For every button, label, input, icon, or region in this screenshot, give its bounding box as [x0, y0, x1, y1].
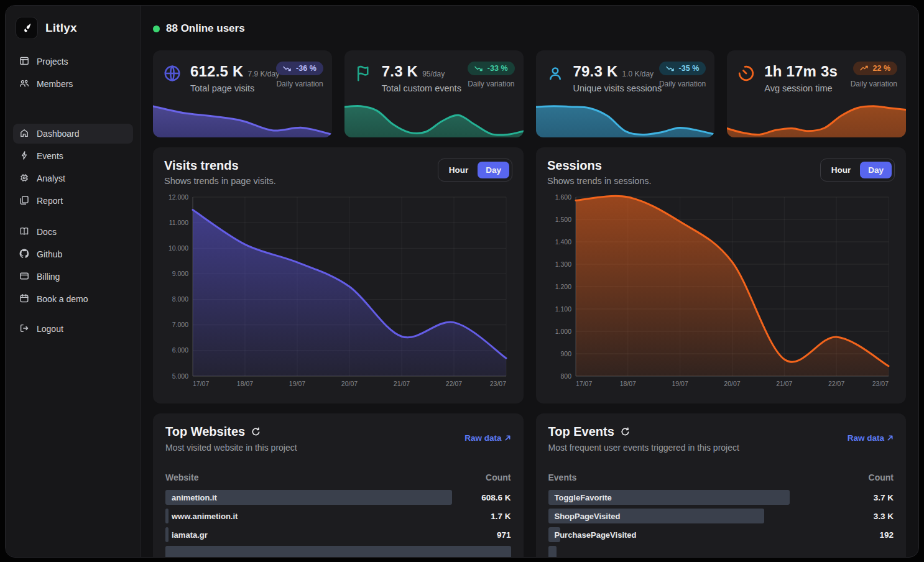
svg-text:9.000: 9.000	[172, 270, 188, 277]
svg-text:23/07: 23/07	[872, 380, 889, 387]
sidebar-item-book-a-demo[interactable]: Book a demo	[13, 289, 133, 309]
sidebar-item-github[interactable]: Github	[13, 244, 133, 264]
globe-icon	[163, 63, 183, 93]
trend-up-icon	[860, 65, 869, 71]
trend-down-icon	[474, 65, 483, 71]
refresh-icon[interactable]	[621, 427, 630, 436]
toggle-day-button[interactable]: Day	[478, 162, 509, 178]
visits-trends-chart[interactable]: 12.00011.00010.0009.0008.0007.0006.0005.…	[164, 192, 512, 389]
online-users-label: 88 Online users	[166, 22, 245, 35]
toggle-hour-button[interactable]: Hour	[441, 162, 477, 178]
table-row[interactable]: iamata.gr 971	[165, 527, 511, 542]
sidebar-item-label: Members	[37, 79, 73, 89]
variation-label: Daily variation	[659, 80, 706, 88]
sidebar-item-billing[interactable]: Billing	[13, 267, 133, 287]
sidebar-item-dashboard[interactable]: Dashboard	[13, 124, 133, 144]
svg-text:10.000: 10.000	[169, 244, 188, 252]
svg-text:19/07: 19/07	[289, 380, 305, 387]
stat-card-unique-sessions: 79.3 K 1.0 K/day Unique visits sessions …	[536, 50, 715, 137]
report-icon	[19, 195, 29, 207]
svg-text:11.000: 11.000	[169, 219, 188, 226]
external-arrow-icon	[504, 435, 511, 441]
stat-value: 612.5 K	[190, 63, 243, 80]
variation-badge: -35 %	[659, 62, 706, 75]
column-header-count: Count	[486, 472, 511, 482]
column-header-item: Website	[165, 472, 198, 482]
stat-label: Total custom events	[382, 83, 461, 93]
unique-sessions-sparkline	[536, 99, 715, 137]
sidebar-item-logout[interactable]: Logout	[13, 319, 133, 339]
table-row[interactable]: animetion.it 608.6 K	[165, 490, 511, 505]
sidebar-item-members[interactable]: Members	[13, 74, 133, 94]
table-row-partial	[548, 546, 894, 557]
refresh-icon[interactable]	[251, 427, 261, 436]
table-row[interactable]: ToggleFavorite 3.7 K	[548, 490, 894, 505]
variation-badge: 22 %	[853, 62, 898, 75]
toggle-hour-button[interactable]: Hour	[823, 162, 859, 178]
table-row-partial	[165, 546, 511, 557]
top-websites-card: Top Websites Most visited website in thi…	[153, 413, 524, 557]
table-title: Top Events	[548, 425, 614, 439]
sessions-granularity-toggle: Hour Day	[820, 159, 895, 182]
svg-text:5.000: 5.000	[172, 372, 188, 380]
stat-card-page-visits: 612.5 K 7.9 K/day Total page visits -36 …	[153, 50, 332, 137]
sidebar-item-label: Report	[37, 196, 63, 206]
column-header-count: Count	[869, 472, 894, 482]
online-users: 88 Online users	[153, 22, 906, 35]
svg-text:22/07: 22/07	[446, 380, 462, 387]
table-subtitle: Most visited website in this project	[165, 443, 297, 453]
credit-card-icon	[19, 271, 29, 283]
sidebar-item-docs[interactable]: Docs	[13, 222, 133, 242]
stat-rate: 95/day	[422, 70, 445, 78]
svg-text:21/07: 21/07	[394, 380, 410, 387]
top-events-card: Top Events Most frequent user events tri…	[536, 413, 907, 557]
svg-text:900: 900	[560, 350, 571, 357]
svg-text:18/07: 18/07	[620, 380, 636, 387]
sidebar-item-label: Logout	[37, 324, 63, 334]
raw-data-link[interactable]: Raw data	[848, 433, 894, 443]
variation-badge: -33 %	[468, 62, 515, 75]
stat-label: Unique visits sessions	[573, 83, 662, 93]
svg-text:17/07: 17/07	[193, 380, 209, 387]
sidebar-item-label: Events	[37, 151, 63, 161]
sessions-chart[interactable]: 1.6001.5001.4001.3001.2001.1001.00090080…	[547, 192, 895, 389]
stat-value: 79.3 K	[573, 63, 618, 80]
svg-text:20/07: 20/07	[724, 380, 740, 387]
sidebar-item-analyst[interactable]: Analyst	[13, 168, 133, 188]
raw-data-link[interactable]: Raw data	[464, 433, 511, 443]
sidebar-item-label: Docs	[37, 227, 57, 237]
sidebar-item-projects[interactable]: Projects	[13, 52, 133, 71]
svg-text:18/07: 18/07	[237, 380, 253, 387]
user-icon	[546, 63, 566, 93]
stat-label: Total page visits	[190, 83, 279, 93]
app-window: Litlyx Projects Members Dashboard Events	[5, 5, 919, 558]
table-row[interactable]: PurchasePageVisited 192	[548, 527, 894, 542]
sidebar-item-label: Book a demo	[37, 294, 88, 304]
chart-subtitle: Shows trends in sessions.	[547, 176, 652, 186]
calendar-icon	[19, 293, 29, 305]
svg-text:21/07: 21/07	[776, 380, 792, 387]
sidebar-item-label: Billing	[37, 272, 60, 282]
svg-text:19/07: 19/07	[672, 380, 688, 387]
sidebar-item-report[interactable]: Report	[13, 191, 133, 211]
toggle-day-button[interactable]: Day	[860, 162, 892, 178]
chip-icon	[19, 173, 29, 185]
chart-title: Visits trends	[164, 159, 276, 173]
sidebar-item-label: Analyst	[37, 173, 65, 183]
table-row[interactable]: www.animetion.it 1.7 K	[165, 509, 511, 523]
sidebar-item-label: Projects	[37, 57, 68, 67]
variation-label: Daily variation	[851, 80, 897, 88]
online-status-dot	[153, 25, 160, 32]
stat-rate: 1.0 K/day	[622, 70, 654, 78]
visits-trends-card: Visits trends Shows trends in page visit…	[153, 147, 524, 403]
variation-label: Daily variation	[276, 80, 323, 88]
svg-text:1.000: 1.000	[555, 328, 571, 335]
svg-text:20/07: 20/07	[341, 380, 358, 387]
table-title: Top Websites	[165, 425, 245, 439]
table-row[interactable]: ShopPageVisited 3.3 K	[548, 509, 894, 523]
chart-title: Sessions	[547, 159, 652, 173]
sidebar-item-events[interactable]: Events	[13, 146, 133, 166]
charts-row: Visits trends Shows trends in page visit…	[153, 147, 906, 403]
trend-down-icon	[666, 65, 675, 71]
svg-text:17/07: 17/07	[576, 380, 592, 387]
